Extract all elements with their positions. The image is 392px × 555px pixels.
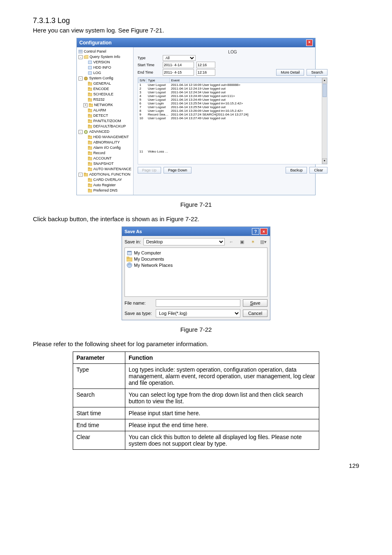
log-row[interactable]: 11Video Loss …2011-04-14 13:28:29 — [138, 120, 327, 164]
tree-item[interactable]: LOG — [78, 70, 132, 76]
log-row[interactable]: 2User Logout2011-04-14 12:24:19 User log… — [138, 87, 327, 90]
savetype-label: Save as type: — [125, 311, 153, 316]
svg-rect-48 — [88, 189, 90, 190]
close-icon[interactable]: × — [260, 228, 267, 235]
save-as-window: Save As ? × Save in: Desktop ← ▣ ✶ ▥▾ My… — [122, 227, 270, 320]
header-parameter: Parameter — [73, 352, 125, 364]
log-row[interactable]: 7User Logout2011-04-14 13:25:54 User log… — [138, 105, 327, 109]
tree-item[interactable]: ALARM — [78, 108, 132, 113]
log-row[interactable]: 3User Logout2011-04-14 12:24:34 User log… — [138, 90, 327, 94]
tree-item[interactable]: Auto Register — [78, 183, 132, 188]
window-title: Configuration — [79, 40, 112, 46]
tree-item[interactable]: HDD INFO — [78, 65, 132, 70]
tree-item[interactable]: ABNORMALITY — [78, 140, 132, 145]
tree-item[interactable]: Alarm I/O Config — [78, 145, 132, 150]
up-folder-icon[interactable]: ▣ — [238, 238, 246, 246]
cancel-button[interactable]: Cancel — [243, 310, 267, 317]
tree-item[interactable]: Record — [78, 150, 132, 156]
log-table: S/N Type Event 1User Logout2011-04-14 12… — [138, 78, 327, 164]
new-folder-icon[interactable]: ✶ — [249, 238, 257, 246]
backup-button[interactable]: Backup — [286, 167, 307, 173]
svg-point-26 — [85, 131, 87, 132]
search-button[interactable]: Search — [307, 69, 327, 76]
savetype-select[interactable]: Log File(*.log) — [156, 309, 240, 317]
intro-text: Here you can view system log. See Figure… — [33, 27, 359, 34]
help-icon[interactable]: ? — [252, 228, 259, 235]
log-row[interactable]: 4User Logout2011-04-14 13:24:49 User log… — [138, 94, 327, 98]
tree-item[interactable]: SCHEDULE — [78, 92, 132, 97]
pane-title: LOG — [138, 50, 327, 54]
param-row: End timePlease input the end time here. — [73, 419, 319, 431]
svg-rect-40 — [88, 167, 90, 169]
param-row: Start timePlease input start time here. — [73, 407, 319, 419]
tree-item[interactable]: CARD OVERLAY — [78, 177, 132, 183]
type-select[interactable]: All — [163, 55, 196, 61]
more-detail-button[interactable]: More Detail — [276, 69, 304, 76]
svg-rect-14 — [88, 98, 90, 99]
param-row: TypeLog types include: system operation,… — [73, 364, 319, 389]
log-row[interactable]: 8User Login2011-04-14 13:26:09 User logg… — [138, 109, 327, 113]
scroll-down-icon[interactable]: ▾ — [322, 158, 327, 164]
svg-rect-10 — [88, 87, 90, 88]
tree-item[interactable]: -System Config — [78, 76, 132, 81]
tree-item[interactable]: Preferred DNS — [78, 188, 132, 193]
svg-rect-3 — [88, 61, 92, 64]
close-icon[interactable]: × — [306, 39, 313, 46]
col-type[interactable]: Type — [147, 78, 170, 83]
file-item[interactable]: My Network Places — [127, 262, 265, 268]
tree-item[interactable]: -ADDTIONAL FUNCTION — [78, 172, 132, 177]
tree-item[interactable]: VERSION — [78, 60, 132, 65]
start-time-input[interactable] — [196, 62, 215, 68]
clear-button[interactable]: Clear — [309, 167, 327, 173]
file-item[interactable]: My Computer — [127, 250, 265, 256]
svg-rect-16 — [89, 103, 90, 104]
tree-item[interactable]: Control Panel — [78, 49, 132, 54]
log-row[interactable]: 6User Login2011-04-14 13:25:54 User logg… — [138, 102, 327, 105]
page-up-button[interactable]: Page Up — [138, 167, 161, 173]
svg-point-53 — [127, 263, 132, 268]
tree-item[interactable]: HDD MANAGEMENT — [78, 134, 132, 140]
log-table-wrap: S/N Type Event 1User Logout2011-04-14 12… — [138, 77, 327, 164]
log-row[interactable]: 10User Logout2011-04-14 13:27:49 User lo… — [138, 116, 327, 120]
svg-rect-5 — [88, 72, 92, 74]
scroll-up-icon[interactable]: ▴ — [322, 78, 327, 83]
scroll-thumb[interactable] — [323, 84, 327, 97]
log-row[interactable]: 5User Logout2011-04-14 13:24:49 User log… — [138, 98, 327, 102]
file-list[interactable]: My ComputerMy DocumentsMy Network Places — [125, 247, 267, 297]
log-row[interactable]: 1User Logout2011-04-14 12:16:09 User log… — [138, 83, 327, 87]
tree-item[interactable]: -Query System Info — [78, 54, 132, 60]
svg-rect-22 — [88, 119, 90, 120]
log-row[interactable]: 9Record Sea…2011-04-14 13:27:24 SEARCH[2… — [138, 113, 327, 116]
tree-item[interactable]: GENERAL — [78, 81, 132, 86]
window-titlebar: Configuration × — [77, 38, 315, 47]
end-time-input[interactable] — [196, 69, 215, 76]
page-down-button[interactable]: Page Down — [164, 167, 192, 173]
col-event[interactable]: Event — [170, 78, 327, 83]
svg-rect-20 — [88, 114, 90, 115]
view-menu-icon[interactable]: ▥▾ — [259, 238, 267, 246]
file-item[interactable]: My Documents — [127, 256, 265, 262]
tree-item[interactable]: PAN/TILT/ZOOM — [78, 118, 132, 124]
tree-item[interactable]: DETECT — [78, 113, 132, 118]
start-date-input[interactable] — [163, 62, 194, 68]
tree-item[interactable]: -ADVANCED — [78, 129, 132, 134]
save-button[interactable]: SSaveave — [243, 299, 267, 307]
save-in-select[interactable]: Desktop — [143, 238, 225, 245]
nav-tree[interactable]: Control Panel-Query System InfoVERSIONHD… — [77, 47, 134, 195]
tree-item[interactable]: ENCODE — [78, 86, 132, 92]
back-icon[interactable]: ← — [227, 238, 235, 246]
svg-rect-36 — [88, 157, 90, 158]
tree-item[interactable]: SNAPSHOT — [78, 161, 132, 166]
tree-item[interactable]: ACCOUNT — [78, 156, 132, 161]
col-sn[interactable]: S/N — [138, 78, 146, 83]
parameter-table: Parameter Function TypeLog types include… — [73, 352, 319, 450]
end-date-input[interactable] — [163, 69, 194, 76]
filename-input[interactable] — [156, 299, 240, 307]
tree-item[interactable]: AUTO MAINTENANCE — [78, 166, 132, 172]
tree-item[interactable]: DEFAULT/BACKUP — [78, 124, 132, 129]
type-label: Type — [138, 56, 160, 60]
svg-rect-50 — [127, 251, 131, 252]
tree-item[interactable]: +NETWORK — [78, 102, 132, 108]
vertical-scrollbar[interactable]: ▴ ▾ — [322, 78, 327, 164]
tree-item[interactable]: RS232 — [78, 97, 132, 102]
